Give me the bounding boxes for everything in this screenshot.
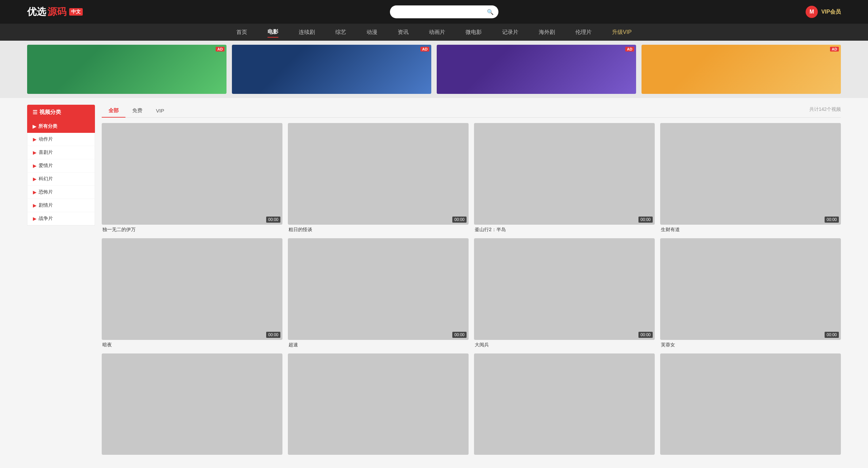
video-title-1: 粗日的怪谈	[288, 227, 469, 233]
nav-item-variety[interactable]: 综艺	[335, 27, 346, 37]
nav-item-cartoon[interactable]: 动画片	[429, 27, 445, 37]
sidebar-label-action: 动作片	[39, 136, 53, 142]
video-grid: 00:00 独一无二的伊万 00:00 粗日的怪谈 00:00 釜山行2：半岛 …	[102, 123, 841, 457]
vip-area: M VIP会员	[806, 6, 841, 18]
play-icon-comedy: ▶	[33, 150, 37, 155]
logo[interactable]: 优选 源码 中文	[27, 5, 83, 18]
video-area: 全部 免费 VIP 共计142个视频 00:00 独一无二的伊万 00:00 粗…	[102, 105, 841, 457]
search-bar: 🔍	[390, 5, 498, 18]
sidebar-all-categories[interactable]: ▶ 所有分类	[27, 120, 95, 133]
main-content: ☰ 视频分类 ▶ 所有分类 ▶ 动作片 ▶ 喜剧片 ▶ 爱情片 ▶ 科幻片	[0, 98, 868, 464]
ad-badge-3: AD	[625, 47, 634, 52]
sidebar-label-war: 战争片	[39, 216, 53, 222]
secondary-nav: 首页 电影 连续剧 综艺 动漫 资讯 动画片 微电影 记录片 海外剧 伦理片 升…	[0, 24, 868, 41]
video-thumb-1: 00:00	[288, 123, 469, 225]
video-thumb-11	[660, 353, 841, 455]
sidebar-title: 视频分类	[39, 109, 61, 116]
video-title-4: 暗夜	[102, 342, 282, 348]
video-card-10[interactable]: YYDs源码网	[474, 353, 655, 457]
video-card-1[interactable]: 00:00 粗日的怪谈	[288, 123, 469, 233]
sidebar-list: ▶ 动作片 ▶ 喜剧片 ▶ 爱情片 ▶ 科幻片 ▶ 恐怖片 ▶ 剧情片	[27, 133, 95, 226]
search-input[interactable]	[395, 9, 487, 15]
nav-item-short[interactable]: 微电影	[466, 27, 482, 37]
sidebar-item-scifi[interactable]: ▶ 科幻片	[27, 172, 95, 186]
video-card-6[interactable]: 00:00 大阅兵	[474, 238, 655, 348]
tab-vip[interactable]: VIP	[149, 105, 171, 117]
ad-badge-4: AD	[830, 47, 839, 52]
ad-card-3[interactable]: AD	[437, 45, 636, 94]
vip-label[interactable]: VIP会员	[821, 8, 841, 16]
video-duration-4: 00:00	[266, 332, 280, 338]
video-title-6: 大阅兵	[474, 342, 655, 348]
ad-badge-1: AD	[216, 47, 224, 52]
logo-badge: 中文	[69, 8, 83, 16]
play-icon-drama: ▶	[33, 203, 37, 208]
sidebar-item-horror[interactable]: ▶ 恐怖片	[27, 186, 95, 199]
nav-item-series[interactable]: 连续剧	[299, 27, 315, 37]
video-duration-6: 00:00	[638, 332, 653, 338]
video-card-8[interactable]	[102, 353, 282, 457]
filter-tabs: 全部 免费 VIP 共计142个视频	[102, 105, 841, 118]
video-card-4[interactable]: 00:00 暗夜	[102, 238, 282, 348]
video-card-5[interactable]: 00:00 超速	[288, 238, 469, 348]
play-icon-action: ▶	[33, 137, 37, 142]
nav-item-home[interactable]: 首页	[236, 27, 247, 37]
video-thumb-3: 00:00	[660, 123, 841, 225]
logo-main-text: 优选	[27, 5, 46, 18]
avatar: M	[806, 6, 818, 18]
video-title-5: 超速	[288, 342, 469, 348]
nav-item-ethics[interactable]: 伦理片	[575, 27, 592, 37]
sidebar-item-action[interactable]: ▶ 动作片	[27, 133, 95, 146]
video-thumb-7: 00:00	[660, 238, 841, 340]
play-icon-scifi: ▶	[33, 176, 37, 182]
ad-card-1[interactable]: AD	[27, 45, 226, 94]
sidebar-item-war[interactable]: ▶ 战争片	[27, 212, 95, 225]
sidebar-item-drama[interactable]: ▶ 剧情片	[27, 199, 95, 212]
ad-badge-2: AD	[420, 47, 429, 52]
list-icon: ☰	[33, 109, 37, 116]
video-duration-3: 00:00	[825, 217, 839, 223]
video-card-11[interactable]	[660, 353, 841, 457]
sidebar-header: ☰ 视频分类	[27, 105, 95, 120]
ad-banner: AD AD AD AD	[0, 41, 868, 98]
video-thumb-0: 00:00	[102, 123, 282, 225]
nav-item-documentary[interactable]: 记录片	[502, 27, 518, 37]
video-thumb-6: 00:00	[474, 238, 655, 340]
ad-card-4[interactable]: AD	[642, 45, 841, 94]
search-icon[interactable]: 🔍	[487, 9, 494, 15]
play-icon-war: ▶	[33, 216, 37, 221]
sidebar: ☰ 视频分类 ▶ 所有分类 ▶ 动作片 ▶ 喜剧片 ▶ 爱情片 ▶ 科幻片	[27, 105, 95, 457]
play-icon-horror: ▶	[33, 189, 37, 195]
video-title-3: 生财有道	[660, 227, 841, 233]
nav-item-movies[interactable]: 电影	[268, 27, 278, 38]
video-thumb-5: 00:00	[288, 238, 469, 340]
sidebar-label-scifi: 科幻片	[39, 176, 53, 182]
video-card-2[interactable]: 00:00 釜山行2：半岛	[474, 123, 655, 233]
nav-item-overseas[interactable]: 海外剧	[539, 27, 555, 37]
video-thumb-2: 00:00	[474, 123, 655, 225]
total-count: 共计142个视频	[809, 106, 841, 116]
video-card-7[interactable]: 00:00 芙蓉女	[660, 238, 841, 348]
video-duration-1: 00:00	[452, 217, 467, 223]
nav-item-vip-upgrade[interactable]: 升级VIP	[612, 27, 632, 37]
ad-card-2[interactable]: AD	[232, 45, 431, 94]
play-icon-romance: ▶	[33, 163, 37, 168]
video-title-2: 釜山行2：半岛	[474, 227, 655, 233]
sidebar-label-comedy: 喜剧片	[39, 149, 53, 156]
sidebar-label-romance: 爱情片	[39, 163, 53, 169]
video-card-0[interactable]: 00:00 独一无二的伊万	[102, 123, 282, 233]
nav-item-news[interactable]: 资讯	[398, 27, 409, 37]
play-icon-all: ▶	[33, 124, 36, 129]
nav-item-anime[interactable]: 动漫	[367, 27, 377, 37]
video-duration-0: 00:00	[266, 217, 280, 223]
sidebar-label-drama: 剧情片	[39, 202, 53, 208]
tab-free[interactable]: 免费	[125, 105, 149, 117]
video-duration-7: 00:00	[825, 332, 839, 338]
tab-all[interactable]: 全部	[102, 105, 125, 117]
sidebar-item-romance[interactable]: ▶ 爱情片	[27, 159, 95, 172]
video-card-9[interactable]	[288, 353, 469, 457]
video-card-3[interactable]: 00:00 生财有道	[660, 123, 841, 233]
sidebar-label-horror: 恐怖片	[39, 189, 53, 195]
video-duration-2: 00:00	[638, 217, 653, 223]
sidebar-item-comedy[interactable]: ▶ 喜剧片	[27, 146, 95, 159]
